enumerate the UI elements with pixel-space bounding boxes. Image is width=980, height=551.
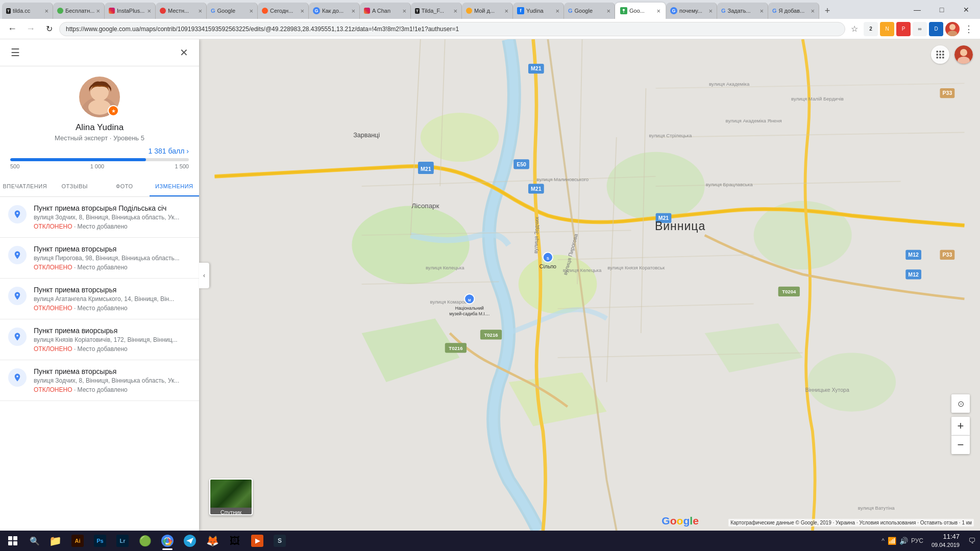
tab-google2-close[interactable]: × — [605, 7, 610, 15]
svg-rect-81 — [937, 51, 938, 53]
change-item-4[interactable]: Пункт приема вторсырья вулиця Зодчих, 8,… — [0, 360, 199, 401]
tab-achan[interactable]: A Chan × — [360, 3, 411, 19]
back-button[interactable]: ← — [4, 21, 20, 37]
maximize-button[interactable]: □ — [930, 0, 953, 19]
tab-tilda[interactable]: T tilda.cc × — [2, 3, 53, 19]
tab-bar: T tilda.cc × Бесплатн... × InstaPlus... … — [0, 0, 980, 19]
show-hidden-tray-button[interactable]: ^ — [881, 537, 885, 544]
forward-button[interactable]: → — [22, 21, 39, 37]
taskbar-app-photos[interactable]: 🖼 — [224, 531, 246, 551]
menu-dots-icon[interactable]: ⋮ — [962, 22, 976, 36]
tray-volume-icon[interactable]: 🔊 — [899, 537, 908, 545]
tab-kakdob-close[interactable]: × — [350, 7, 355, 15]
tab-tildaf[interactable]: T Tilda_F... × — [411, 3, 462, 19]
tab-tildaf-close[interactable]: × — [452, 7, 457, 15]
tray-lang[interactable]: РУС — [911, 537, 923, 544]
tab-reviews[interactable]: ОТЗЫВЫ — [50, 177, 100, 196]
tab-moydisk[interactable]: Мой д... × — [462, 3, 513, 19]
tray-network-icon[interactable]: 📶 — [888, 537, 896, 545]
tab-photos[interactable]: ФОТО — [100, 177, 150, 196]
tab-googlemaps-close[interactable]: × — [655, 7, 660, 15]
tab-pochemu[interactable]: G почему... × — [666, 3, 717, 19]
fav-zadath-icon: G — [721, 8, 726, 14]
points-section: 1 381 балл › 500 1 000 1 500 — [0, 147, 199, 177]
tab-zadath-close[interactable]: × — [758, 7, 764, 15]
tab-segodnya[interactable]: Сегодн... × — [258, 3, 309, 19]
extension-icon-n[interactable]: N — [880, 22, 894, 36]
apps-grid-icon[interactable] — [931, 45, 949, 64]
tab-zadath[interactable]: G Задать... × — [717, 3, 768, 19]
change-item-1[interactable]: Пункт приема вторсырья вулиця Пирогова, … — [0, 238, 199, 279]
map-satellite-thumbnail[interactable]: Спутник — [209, 479, 253, 515]
extension-icon-p[interactable]: P — [896, 22, 911, 36]
points-row[interactable]: 1 381 балл › — [10, 147, 189, 155]
street-view-button[interactable]: ⊙ — [951, 394, 970, 413]
tab-bespl[interactable]: Бесплатн... × — [53, 3, 105, 19]
taskbar-app-firefox[interactable]: 🦊 — [201, 531, 224, 551]
taskbar-app-telegram[interactable] — [179, 531, 201, 551]
tab-bespl-close[interactable]: × — [94, 7, 100, 15]
tab-mestn-close[interactable]: × — [197, 7, 202, 15]
reload-button[interactable]: ↻ — [41, 21, 57, 37]
profile-avatar[interactable] — [945, 22, 960, 36]
taskbar-app-lightroom[interactable]: Lr — [111, 531, 134, 551]
extension-icon-3[interactable]: ∞ — [913, 22, 927, 36]
address-bar[interactable] — [59, 22, 845, 36]
taskbar-app-explorer[interactable]: 📁 — [44, 531, 66, 551]
fav-tildaf-icon: T — [415, 8, 420, 14]
change-location-icon-1 — [8, 246, 27, 264]
tab-tilda-close[interactable]: × — [43, 7, 48, 15]
taskbar-app-steam[interactable]: S — [268, 531, 291, 551]
tab-pochemu-close[interactable]: × — [707, 7, 713, 15]
tab-mestn[interactable]: Местн... × — [156, 3, 207, 19]
tab-yudina-close[interactable]: × — [554, 7, 559, 15]
tab-yadob[interactable]: G Я добав... × — [768, 3, 819, 19]
extension-icon-2[interactable]: 2 — [864, 22, 878, 36]
user-profile-maps-icon[interactable] — [954, 45, 973, 64]
map-toggle-button[interactable]: ‹ — [199, 263, 209, 288]
change-item-3[interactable]: Пункт приема виорсырья вулиця Князів Кор… — [0, 319, 199, 360]
tab-segodnya-close[interactable]: × — [299, 7, 304, 15]
tab-instaplus-close[interactable]: × — [145, 7, 151, 15]
close-window-button[interactable]: ✕ — [954, 0, 978, 19]
notification-center-button[interactable]: 🗨 — [964, 531, 980, 551]
tab-kakdob[interactable]: G Как до... × — [309, 3, 360, 19]
svg-point-5 — [88, 99, 111, 115]
system-clock[interactable]: 11:47 09.04.2019 — [927, 533, 964, 548]
tab-googlemaps[interactable]: Goo... × — [615, 3, 666, 19]
svg-text:M12: M12 — [908, 271, 919, 278]
status-sep-2: · — [74, 305, 78, 312]
svg-text:T0216: T0216 — [449, 345, 462, 351]
minimize-button[interactable]: — — [905, 0, 929, 19]
tab-google1[interactable]: G Google × — [207, 3, 258, 19]
taskbar-app-illustrator[interactable]: Ai — [66, 531, 89, 551]
bookmark-icon[interactable]: ☆ — [847, 22, 862, 36]
extension-icon-d[interactable]: D — [929, 22, 943, 36]
tab-achan-close[interactable]: × — [401, 7, 406, 15]
zoom-in-button[interactable]: + — [951, 417, 970, 435]
tab-yudina[interactable]: f Yudina × — [513, 3, 564, 19]
tab-changes[interactable]: ИЗМЕНЕНИЯ — [150, 177, 200, 196]
tab-google2[interactable]: G Google × — [564, 3, 615, 19]
tab-instaplus[interactable]: InstaPlus... × — [105, 3, 156, 19]
tab-google1-close[interactable]: × — [248, 7, 253, 15]
hamburger-menu-icon[interactable]: ☰ — [6, 43, 24, 62]
close-sidebar-icon[interactable]: ✕ — [175, 43, 193, 62]
taskbar-app-chrome[interactable] — [156, 531, 179, 551]
taskbar-app-green[interactable]: 🟢 — [134, 531, 156, 551]
start-button[interactable] — [0, 531, 26, 551]
tab-moydisk-close[interactable]: × — [503, 7, 508, 15]
taskbar-app-photoshop[interactable]: Ps — [89, 531, 111, 551]
zoom-out-button[interactable]: − — [951, 436, 970, 454]
tab-impressions[interactable]: ВПЕЧАТЛЕНИЯ — [0, 177, 50, 196]
svg-rect-87 — [937, 57, 938, 58]
change-item-0[interactable]: Пункт приема вторсырья Подільська січ ву… — [0, 197, 199, 238]
taskbar-search-button[interactable]: 🔍 — [26, 531, 44, 551]
taskbar-app-orange[interactable]: ▶ — [246, 531, 268, 551]
change-item-2[interactable]: Пункт приема вторсырья вулиця Агатангела… — [0, 279, 199, 319]
new-tab-button[interactable]: + — [819, 3, 836, 19]
map-area[interactable]: E50 E50 M21 M21 M21 M21 M12 M12 — [199, 39, 980, 531]
tab-moydisk-label: Мой д... — [474, 8, 495, 14]
tab-yadob-close[interactable]: × — [809, 7, 815, 15]
progress-label-min: 500 — [10, 163, 19, 169]
